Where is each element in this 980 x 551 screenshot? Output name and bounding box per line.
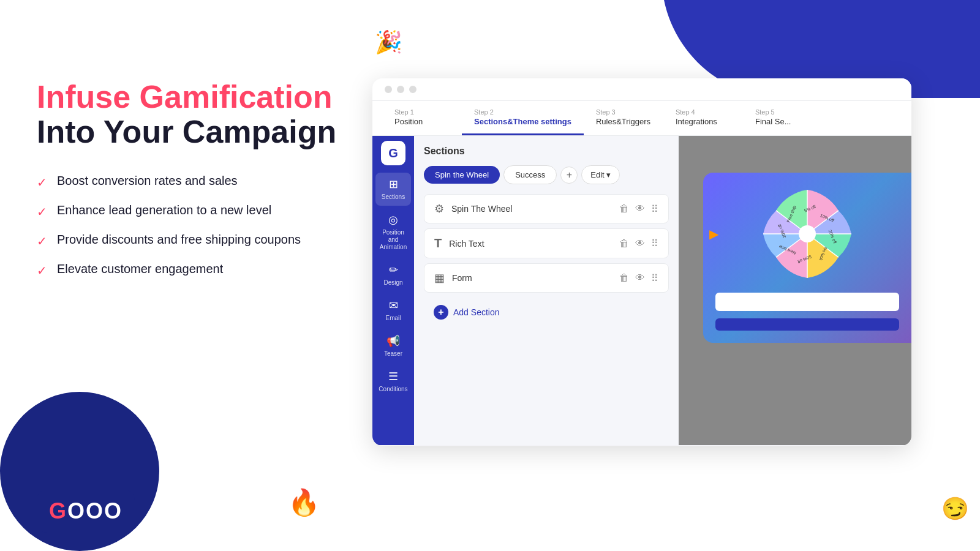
left-panel: Infuse Gamification Into Your Campaign ✓… (37, 80, 368, 291)
check-icon-3: ✓ (37, 234, 47, 249)
step-4-name: Integrations (676, 117, 731, 126)
tab-spin-the-wheel[interactable]: Spin the Wheel (424, 166, 500, 184)
window-dot-3 (409, 86, 417, 93)
teaser-icon: 📢 (386, 334, 400, 348)
step-3-name: Rules&Triggers (596, 117, 651, 126)
spin-drag-icon[interactable]: ⠿ (651, 203, 658, 215)
sections-title: Sections (424, 146, 669, 157)
feature-item-3: ✓ Provide discounts and free shipping co… (37, 233, 368, 249)
logo-area: GOOO (37, 490, 135, 533)
richtext-section-icon: T (434, 236, 442, 250)
tab-success[interactable]: Success (503, 165, 557, 184)
window-dot-2 (397, 86, 404, 93)
section-row-form: ▦ Form 🗑 👁 ⠿ (424, 263, 669, 293)
feature-text-2: Enhance lead generation to a new level (57, 203, 271, 217)
headline-campaign: Into Your Campaign (37, 114, 368, 149)
richtext-drag-icon[interactable]: ⠿ (651, 238, 658, 249)
window-dot-1 (385, 86, 392, 93)
step-5-label: Step 5 (755, 108, 810, 116)
check-icon-1: ✓ (37, 175, 47, 190)
ui-window: Step 1 Position Step 2 Sections&Theme se… (372, 78, 911, 446)
sidebar-item-email[interactable]: ✉ Email (375, 294, 411, 327)
step-3-label: Step 3 (596, 108, 651, 116)
sidebar-item-sections[interactable]: ⊞ Sections (375, 173, 411, 206)
design-icon: ✏ (389, 263, 398, 277)
step-2-name: Sections&Theme settings (474, 117, 571, 126)
step-1-name: Position (394, 117, 450, 126)
svg-point-8 (799, 225, 816, 242)
step-5-name: Final Se... (755, 117, 810, 126)
section-row-spin: ⚙ Spin The Wheel 🗑 👁 ⠿ (424, 194, 669, 223)
sidebar-label-design: Design (383, 279, 402, 287)
sidebar-brand: G (381, 141, 405, 165)
richtext-section-actions: 🗑 👁 ⠿ (619, 238, 658, 249)
spin-wheel-svg: 10% off 20% off No luck 50% off Next tim… (758, 185, 856, 283)
section-row-richtext: T Rich Text 🗑 👁 ⠿ (424, 228, 669, 258)
add-section-row[interactable]: + Add Section (424, 298, 669, 327)
position-icon: ◎ (388, 213, 398, 227)
check-icon-4: ✓ (37, 263, 47, 278)
form-section-icon: ▦ (434, 271, 445, 285)
conditions-icon: ☰ (388, 370, 398, 383)
wheel-arrow-icon: ▶ (709, 227, 718, 241)
spin-eye-icon[interactable]: 👁 (635, 203, 645, 214)
richtext-eye-icon[interactable]: 👁 (635, 238, 645, 249)
sidebar-item-teaser[interactable]: 📢 Teaser (375, 329, 411, 362)
add-section-circle: + (434, 305, 448, 320)
main-content: G ⊞ Sections ◎ Position and Animation ✏ … (372, 136, 911, 445)
sidebar-label-sections: Sections (382, 193, 405, 201)
sections-icon: ⊞ (389, 178, 398, 191)
step-1[interactable]: Step 1 Position (382, 101, 462, 135)
sidebar-item-design[interactable]: ✏ Design (375, 258, 411, 291)
logo-rest: OOO (67, 498, 123, 523)
party-emoji: 🎉 (375, 29, 402, 55)
preview-area: ▶ (679, 136, 911, 445)
headline-gamification: Infuse Gamification (37, 80, 368, 114)
form-section-actions: 🗑 👁 ⠿ (619, 272, 658, 284)
sidebar-label-email: Email (385, 315, 401, 322)
feature-text-1: Boost conversion rates and sales (57, 174, 238, 188)
sidebar-label-conditions: Conditions (379, 386, 407, 393)
step-1-label: Step 1 (394, 108, 450, 116)
richtext-section-label: Rich Text (449, 239, 619, 249)
spin-delete-icon[interactable]: 🗑 (619, 203, 629, 214)
sidebar-label-teaser: Teaser (384, 350, 402, 358)
steps-bar: Step 1 Position Step 2 Sections&Theme se… (372, 101, 911, 136)
sidebar-item-conditions[interactable]: ☰ Conditions (375, 365, 411, 398)
email-icon: ✉ (389, 299, 398, 312)
step-2-label: Step 2 (474, 108, 571, 116)
feature-item-1: ✓ Boost conversion rates and sales (37, 174, 368, 190)
logo-text: GOOO (49, 498, 123, 524)
logo-g: G (49, 498, 67, 523)
richtext-delete-icon[interactable]: 🗑 (619, 238, 629, 249)
popup-preview: ▶ (703, 173, 911, 343)
popup-spin-button[interactable] (715, 318, 899, 331)
window-chrome (372, 78, 911, 101)
tab-add-button[interactable]: + (560, 167, 578, 184)
sidebar-item-position[interactable]: ◎ Position and Animation (375, 208, 411, 256)
feature-text-4: Elevate customer engagement (57, 262, 223, 276)
logo-badge: GOOO (37, 490, 135, 533)
spin-section-actions: 🗑 👁 ⠿ (619, 203, 658, 215)
sidebar-label-position: Position and Animation (378, 229, 409, 251)
step-4-label: Step 4 (676, 108, 731, 116)
wheel-container: ▶ (715, 185, 899, 283)
feature-text-3: Provide discounts and free shipping coup… (57, 233, 301, 247)
popup-email-input[interactable] (715, 293, 899, 311)
edit-button[interactable]: Edit ▾ (581, 165, 620, 184)
step-4[interactable]: Step 4 Integrations (663, 101, 743, 135)
step-3[interactable]: Step 3 Rules&Triggers (584, 101, 663, 135)
spin-section-label: Spin The Wheel (451, 204, 619, 214)
add-section-label: Add Section (453, 307, 500, 317)
step-5[interactable]: Step 5 Final Se... (743, 101, 823, 135)
form-section-label: Form (452, 273, 619, 283)
step-2[interactable]: Step 2 Sections&Theme settings (462, 101, 584, 135)
check-icon-2: ✓ (37, 204, 47, 219)
form-delete-icon[interactable]: 🗑 (619, 272, 629, 283)
feature-item-2: ✓ Enhance lead generation to a new level (37, 203, 368, 219)
tab-row: Spin the Wheel Success + Edit ▾ (424, 165, 669, 184)
form-drag-icon[interactable]: ⠿ (651, 272, 658, 284)
feature-item-4: ✓ Elevate customer engagement (37, 262, 368, 278)
wink-emoji: 😏 (941, 496, 969, 522)
form-eye-icon[interactable]: 👁 (635, 272, 645, 283)
